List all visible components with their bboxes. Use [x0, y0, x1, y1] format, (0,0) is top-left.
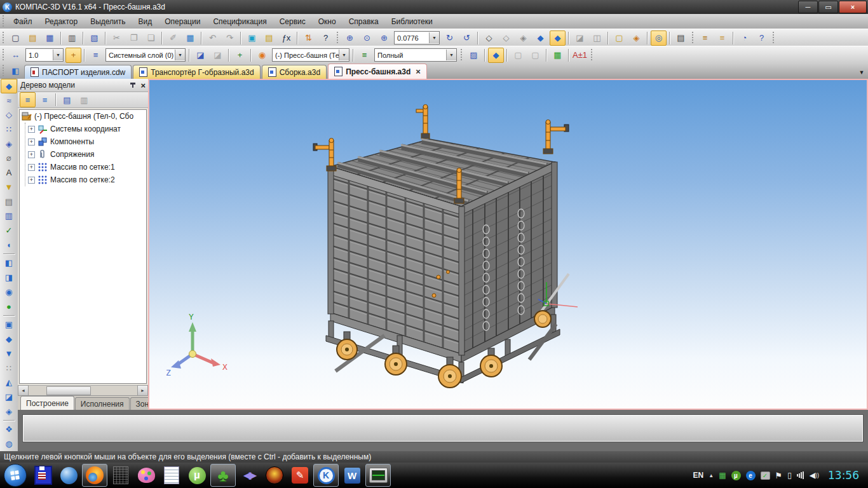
- tree-composition-button[interactable]: ≡: [37, 92, 53, 107]
- tree-root-item[interactable]: (-) Пресс-башня (Тел-0, Сбо: [20, 110, 146, 123]
- dimensions-box-button[interactable]: ▢: [611, 30, 627, 46]
- redo-button[interactable]: ↷: [222, 30, 238, 46]
- section-view-button[interactable]: ◪: [572, 30, 588, 46]
- tray-flag-icon[interactable]: ⚑: [775, 471, 783, 480]
- drawing-from-model-button[interactable]: ▤: [673, 30, 689, 46]
- menu-item[interactable]: Выделить: [84, 14, 132, 29]
- hidden-lines-view-button[interactable]: ◇: [498, 30, 514, 46]
- chevron-down-icon[interactable]: ▼: [53, 50, 63, 60]
- sketch-button[interactable]: ◪: [193, 48, 208, 63]
- expander-icon[interactable]: +: [28, 177, 35, 184]
- step-combo[interactable]: 1.0▼: [25, 48, 64, 62]
- mates-button[interactable]: ⌀: [1, 151, 17, 166]
- component-button[interactable]: ❖: [1, 423, 17, 437]
- shell-button[interactable]: ▣: [1, 318, 17, 332]
- new-from-template-button[interactable]: ◧: [8, 64, 24, 79]
- menu-item[interactable]: Окно: [312, 14, 342, 29]
- taskbar-notepad[interactable]: [159, 464, 184, 486]
- taskbar-browser-globe[interactable]: [57, 464, 81, 486]
- boolean-button[interactable]: ◪: [1, 390, 17, 404]
- toolbar-grip[interactable]: [1, 32, 5, 44]
- library-help-button[interactable]: ?: [754, 30, 770, 46]
- reorient-button[interactable]: ◎: [651, 30, 667, 46]
- print-preview-button[interactable]: ▧: [86, 30, 102, 46]
- taskbar-clock[interactable]: 13:56: [828, 469, 859, 482]
- shaded-edges-view-button[interactable]: ◆: [550, 30, 566, 46]
- menu-item[interactable]: Файл: [7, 14, 39, 29]
- menu-item[interactable]: Операции: [158, 14, 207, 29]
- step-button[interactable]: ↔: [8, 48, 24, 63]
- taskbar-word[interactable]: W: [340, 464, 364, 486]
- solid-cube-button[interactable]: ◆: [1, 79, 17, 93]
- local-csys-button[interactable]: +: [232, 48, 248, 63]
- start-button[interactable]: [4, 464, 27, 487]
- assembly-ops-button[interactable]: ◍: [1, 437, 17, 451]
- copy-button[interactable]: ❐: [126, 30, 142, 46]
- tree-relations-button[interactable]: ▥: [76, 92, 92, 107]
- tray-signal-icon[interactable]: [797, 471, 804, 479]
- expander-icon[interactable]: +: [28, 126, 35, 133]
- pin-icon[interactable]: [129, 81, 137, 89]
- tab-pasport-izdeliya[interactable]: ПАСПОРТ изделия.cdw: [24, 65, 132, 79]
- print-button[interactable]: ▥: [64, 30, 80, 46]
- scroll-right-icon[interactable]: ►: [137, 385, 148, 396]
- new-button[interactable]: ▢: [8, 30, 24, 46]
- menu-item[interactable]: Сервис: [273, 14, 312, 29]
- refresh-view-button[interactable]: ↻: [442, 30, 458, 46]
- projection-button[interactable]: ▢: [510, 48, 526, 63]
- check-button[interactable]: ✓: [1, 223, 17, 238]
- draft-button[interactable]: ▼: [1, 346, 17, 361]
- taskbar-utorrent[interactable]: µ: [185, 464, 209, 486]
- chevron-down-icon[interactable]: ▼: [446, 50, 456, 60]
- tab-postroenie[interactable]: Построение: [20, 396, 74, 410]
- tolerance-button[interactable]: A±1: [572, 48, 588, 63]
- tab-transporter[interactable]: Транспортёр Г-образный.a3d: [133, 65, 260, 79]
- extrude-button[interactable]: ◧: [1, 256, 17, 271]
- taskbar-clover[interactable]: ♣: [210, 464, 236, 487]
- zoom-area-button[interactable]: ⊙: [359, 30, 375, 46]
- viewport-3d[interactable]: Y X Z: [148, 79, 868, 410]
- taskbar-aimp[interactable]: [262, 464, 287, 486]
- toolbar-grip[interactable]: [336, 32, 339, 44]
- tree-horizontal-scrollbar[interactable]: ◄ ►: [18, 385, 148, 395]
- part-combo[interactable]: (-) Пресс-башня (Те▼: [272, 48, 349, 62]
- menu-item[interactable]: Справка: [342, 14, 385, 29]
- dimensions-3d-button[interactable]: ▦: [550, 48, 566, 63]
- library-stack2-button[interactable]: ≡: [714, 30, 730, 46]
- tree-item-grid-array-1[interactable]: + Массив по сетке:1: [25, 161, 146, 173]
- display-striped-button[interactable]: ▨: [466, 48, 482, 63]
- toolbar-grip[interactable]: [590, 49, 593, 62]
- tray-utorrent-icon[interactable]: µ: [731, 471, 741, 480]
- language-indicator[interactable]: EN: [693, 471, 704, 480]
- chevron-down-icon[interactable]: ▼: [429, 32, 439, 43]
- toolbar-grip[interactable]: [691, 32, 695, 44]
- zone-view-button[interactable]: ◫: [589, 30, 605, 46]
- tree-filter-button[interactable]: ≡: [356, 48, 372, 63]
- measure-button[interactable]: A: [1, 165, 17, 180]
- model-3d[interactable]: Y X Z: [149, 80, 867, 409]
- filter-button[interactable]: ▼: [1, 180, 17, 194]
- taskbar-floppy-app[interactable]: [31, 464, 55, 486]
- toolbar-grip[interactable]: [459, 49, 463, 62]
- tree-item-mates[interactable]: + Сопряжения: [25, 148, 146, 161]
- tray-usb-icon[interactable]: ✓: [761, 471, 770, 480]
- tree-structure-button[interactable]: ≡: [20, 92, 36, 107]
- hidden-thin-view-button[interactable]: ◈: [515, 30, 531, 46]
- tab-ispolneniya[interactable]: Исполнения: [75, 397, 130, 410]
- tab-press-bashnya[interactable]: Пресс-башня.a3d ×: [328, 64, 427, 79]
- layer-combo[interactable]: Системный слой (0)▼: [105, 48, 186, 62]
- tray-clipboard-icon[interactable]: ▯: [787, 471, 792, 480]
- notebook-button[interactable]: ▥: [1, 208, 17, 223]
- zoom-frame-button[interactable]: ⊕: [342, 30, 358, 46]
- scroll-left-icon[interactable]: ◄: [18, 385, 29, 396]
- taskbar-sketchup[interactable]: ✎: [288, 464, 312, 486]
- menu-item[interactable]: Редактор: [39, 14, 85, 29]
- sketch-plane-button[interactable]: ◪: [210, 48, 226, 63]
- cut-button[interactable]: ✂: [109, 30, 125, 46]
- loft-button[interactable]: ◭: [1, 375, 17, 390]
- taskbar-paint[interactable]: [134, 464, 158, 486]
- save-button[interactable]: ▦: [42, 30, 58, 46]
- close-button[interactable]: ×: [839, 1, 867, 13]
- display-shaded-button[interactable]: ◆: [488, 48, 504, 63]
- spec-window-button[interactable]: ▦: [182, 30, 198, 46]
